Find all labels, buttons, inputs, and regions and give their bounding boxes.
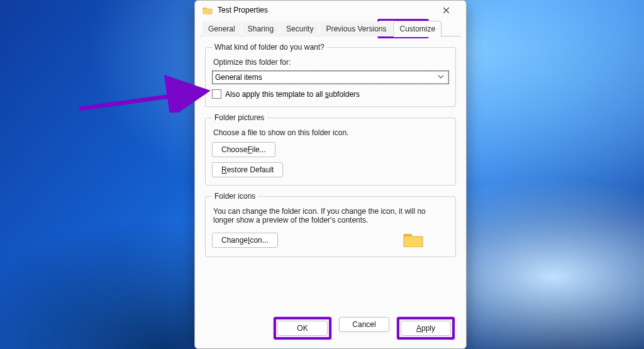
apply-button[interactable]: Apply xyxy=(401,321,451,336)
subfolders-label: Also apply this template to all subfolde… xyxy=(225,90,360,99)
restore-default-button[interactable]: Restore Default xyxy=(212,162,283,177)
tab-strip: General Sharing Security Previous Versio… xyxy=(195,21,466,36)
folder-icons-desc: You can change the folder icon. If you c… xyxy=(213,207,446,224)
choose-file-button[interactable]: Choose File... xyxy=(212,142,275,157)
chevron-down-icon xyxy=(436,73,446,82)
close-icon xyxy=(443,7,450,14)
folder-icon xyxy=(203,6,213,14)
highlight-ok: OK xyxy=(274,317,331,340)
subfolders-row[interactable]: Also apply this template to all subfolde… xyxy=(212,89,449,99)
folder-preview-icon xyxy=(402,231,424,249)
tab-customize[interactable]: Customize xyxy=(393,21,441,37)
cancel-button[interactable]: Cancel xyxy=(339,317,389,332)
folder-icons-group: Folder icons You can change the folder i… xyxy=(205,192,456,257)
folder-kind-group: What kind of folder do you want? Optimiz… xyxy=(205,43,456,107)
folder-pictures-legend: Folder pictures xyxy=(212,113,267,122)
desktop: Test Properties General Sharing Security… xyxy=(0,0,644,349)
optimize-dropdown-value: General items xyxy=(215,73,436,82)
tab-content: What kind of folder do you want? Optimiz… xyxy=(195,36,466,257)
tab-sharing[interactable]: Sharing xyxy=(242,21,279,36)
properties-dialog: Test Properties General Sharing Security… xyxy=(194,0,467,349)
dialog-buttons: OK Cancel Apply xyxy=(274,317,455,340)
ok-button[interactable]: OK xyxy=(277,321,328,336)
close-button[interactable] xyxy=(432,2,460,18)
tab-security[interactable]: Security xyxy=(280,21,319,36)
tab-general[interactable]: General xyxy=(203,21,241,36)
annotation-arrow xyxy=(75,50,214,113)
titlebar: Test Properties xyxy=(195,1,466,19)
folder-icons-legend: Folder icons xyxy=(212,192,258,201)
subfolders-checkbox[interactable] xyxy=(212,89,221,99)
folder-kind-legend: What kind of folder do you want? xyxy=(212,43,327,52)
optimize-label: Optimize this folder for: xyxy=(213,58,449,67)
change-icon-button[interactable]: Change Icon... xyxy=(212,233,278,248)
folder-pictures-desc: Choose a file to show on this folder ico… xyxy=(213,128,449,137)
highlight-apply: Apply xyxy=(397,317,455,340)
tab-previous-versions[interactable]: Previous Versions xyxy=(320,21,392,36)
optimize-dropdown[interactable]: General items xyxy=(212,70,449,84)
folder-pictures-group: Folder pictures Choose a file to show on… xyxy=(205,113,456,186)
window-title: Test Properties xyxy=(218,6,268,14)
